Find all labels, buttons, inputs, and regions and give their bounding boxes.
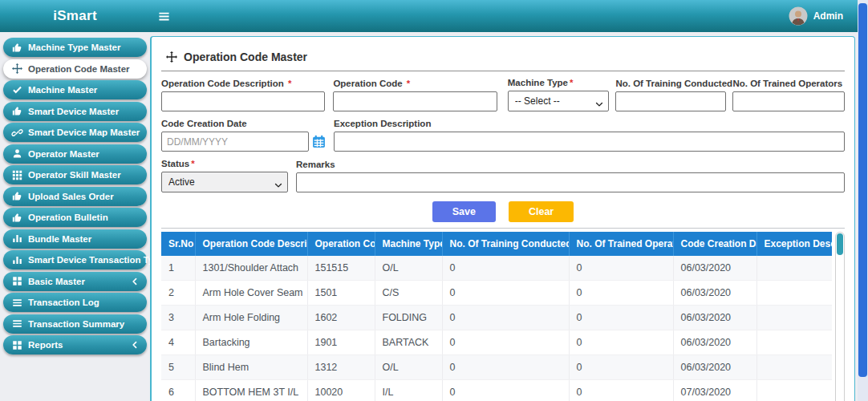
table-cell: 0 [442,330,569,355]
exception-description-input[interactable] [334,132,845,152]
hand-pointer-icon [12,191,22,201]
hamburger-menu-icon[interactable] [158,10,170,22]
vertical-scrollbar-thumb[interactable] [837,233,843,255]
table-cell: 151515 [307,256,375,281]
table-cell: Blind Hem [195,355,307,380]
operation-code-description-input[interactable] [161,91,325,111]
table-row[interactable]: 3Arm Hole Folding1602FOLDING0006/03/2020 [161,306,832,330]
hand-pointer-icon [12,213,22,223]
sidebar-item-smart-device-transaction-type[interactable]: Smart Device Transaction Type [3,250,147,269]
sidebar-item-smart-device-map-master[interactable]: Smart Device Map Master [3,123,147,142]
table-row[interactable]: 4Bartacking1901BARTACK0006/03/2020 [161,330,832,355]
table-cell: 07/03/2020 [673,380,756,401]
operation-code-input[interactable] [333,91,497,111]
table-row[interactable]: 5Blind Hem1312O/L0006/03/2020 [161,355,832,380]
trained-operators-label: No. Of Trained Operators [732,79,845,88]
main-panel: Operation Code Master Operation Code Des… [150,36,855,401]
table-cell: 1901 [307,330,375,355]
link-icon [12,128,22,138]
table-vertical-scrollbar[interactable] [835,232,845,401]
table-cell: 1501 [307,281,375,306]
user-menu[interactable]: Admin [789,6,843,26]
table-row[interactable]: 6BOTTOM HEM 3T I/L10020I/L0007/03/2020 [161,380,832,401]
sidebar-item-operation-bulletin[interactable]: Operation Bulletin [3,208,147,227]
table-cell: 0 [569,380,673,401]
table-cell: Bartacking [195,330,307,355]
squares-icon [12,340,22,350]
calendar-icon[interactable] [312,135,326,148]
sidebar-item-transaction-log[interactable]: Transaction Log [3,293,147,312]
results-table-zone: Sr.NoOperation Code DescriptionOperation… [161,232,845,401]
sidebar-item-reports[interactable]: Reports [3,335,147,354]
table-cell: 0 [569,355,673,380]
table-cell: 06/03/2020 [673,330,756,355]
code-creation-date-label: Code Creation Date [161,119,326,128]
table-cell: 06/03/2020 [673,306,756,330]
table-cell: I/L [375,380,442,401]
table-row[interactable]: 2Arm Hole Cover Seam1501C/S0006/03/2020 [161,281,832,306]
column-header: Sr.No [161,232,195,256]
sidebar-item-label: Basic Master [28,277,85,286]
sidebar-item-label: Operation Code Master [28,64,130,74]
clear-button[interactable]: Clear [509,201,574,222]
app-brand: iSmart [0,8,150,24]
machine-type-select[interactable]: -- Select -- [508,91,610,111]
sidebar-item-operator-skill-master[interactable]: Operator Skill Master [3,165,147,184]
sidebar-item-operator-master[interactable]: Operator Master [3,144,147,164]
table-cell [756,330,832,355]
table-row[interactable]: 11301/Shoulder Attach151515O/L0006/03/20… [161,256,832,281]
table-cell: 0 [442,380,569,401]
sidebar-item-upload-sales-order[interactable]: Upload Sales Order [3,187,147,206]
status-select[interactable]: Active [161,172,288,192]
chart-bar-icon [12,255,22,265]
table-cell: 0 [569,281,673,306]
squares-icon [12,276,22,286]
table-cell [756,380,832,401]
operation-code-label: Operation Code * [333,79,497,88]
table-cell: 06/03/2020 [673,281,756,306]
sidebar-item-label: Smart Device Map Master [28,128,140,137]
table-cell: BOTTOM HEM 3T I/L [195,380,307,401]
training-conducted-label: No. Of Training Conducted [615,79,726,88]
exception-description-label: Exception Description [334,119,845,128]
table-cell: 0 [569,330,673,355]
table-cell: 2 [161,281,195,306]
remarks-label: Remarks [296,160,845,169]
sidebar-item-label: Smart Device Master [28,107,119,116]
move-icon [12,63,22,74]
column-header: No. Of Trained Operators [569,232,673,256]
sidebar-item-label: Operator Master [28,149,99,159]
table-cell: 5 [161,355,195,380]
page-scrollbar[interactable] [858,0,868,401]
table-cell: 0 [442,355,569,380]
sidebar-item-smart-device-master[interactable]: Smart Device Master [3,102,147,121]
hand-pointer-icon [12,43,22,53]
trained-operators-input[interactable] [732,91,845,111]
save-button[interactable]: Save [432,201,496,222]
remarks-input[interactable] [296,172,845,192]
avatar [789,6,808,26]
sidebar-item-label: Transaction Log [28,298,99,307]
table-cell: 1 [161,256,195,281]
sidebar-item-bundle-master[interactable]: Bundle Master [3,229,147,249]
sidebar-item-machine-type-master[interactable]: Machine Type Master [3,38,147,57]
training-conducted-input[interactable] [615,91,726,111]
table-cell: BARTACK [375,330,442,355]
page-title: Operation Code Master [166,51,845,63]
sidebar-item-basic-master[interactable]: Basic Master [3,272,147,291]
column-header: No. Of Training Conducted [442,232,569,256]
sidebar-item-transaction-summary[interactable]: Transaction Summary [3,314,147,334]
sidebar-item-machine-master[interactable]: Machine Master [3,80,147,99]
list-icon [12,318,22,329]
code-creation-date-input[interactable] [161,132,309,152]
sidebar-item-label: Machine Type Master [28,43,120,52]
operation-code-description-label: Operation Code Description * [161,79,325,88]
move-icon [166,51,177,63]
table-cell: 0 [442,281,569,306]
table-cell: 10020 [307,380,375,401]
page-scrollbar-thumb[interactable] [858,3,867,377]
status-label: Status* [161,159,288,168]
table-cell: 1312 [307,355,375,380]
check-icon [12,85,22,95]
sidebar-item-operation-code-master[interactable]: Operation Code Master [3,59,147,79]
